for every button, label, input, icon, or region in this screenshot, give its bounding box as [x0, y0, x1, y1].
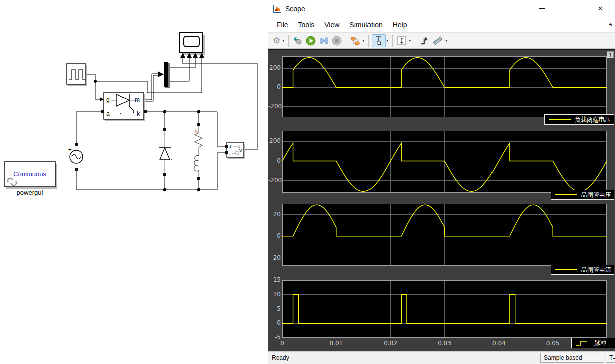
step-forward-button[interactable] — [317, 34, 330, 47]
scope-toolbar: ⚙ ▾ — [268, 32, 615, 49]
settings-dropdown-arrow[interactable]: ▾ — [282, 38, 284, 43]
cursor-measurements-icon — [374, 36, 384, 46]
legend-label: 脉冲 — [594, 339, 606, 347]
scope-block[interactable] — [180, 33, 205, 58]
run-button[interactable] — [304, 34, 317, 47]
cursor-measurements-button[interactable] — [372, 34, 386, 47]
demux-input-arrow — [158, 71, 164, 77]
powergui-block[interactable]: Continuous powergui — [4, 162, 57, 196]
status-sample-mode: Sample based — [540, 353, 604, 363]
menu-view[interactable]: View — [319, 18, 344, 31]
stop-button[interactable] — [330, 34, 343, 47]
toolbar-separator — [415, 35, 415, 47]
menu-tools[interactable]: Tools — [293, 18, 320, 31]
voltage-measurement-block[interactable]: + - v — [225, 142, 245, 159]
legend-line-sample — [555, 194, 577, 195]
powergui-mode-text: Continuous — [13, 170, 46, 178]
rl-load-block[interactable]: + — [194, 123, 202, 180]
settings-gear-button[interactable]: ⚙ — [271, 34, 282, 47]
signal-selector-dropdown-arrow[interactable]: ▾ — [362, 38, 364, 43]
zoom-fit-dropdown-arrow[interactable]: ▾ — [409, 38, 411, 43]
maximize-button[interactable] — [557, 0, 586, 17]
port-label-m: m — [135, 96, 140, 103]
find-in-model-button[interactable] — [291, 34, 304, 47]
menu-help[interactable]: Help — [388, 18, 412, 31]
scope-plot-panel: 负载两端电压 晶闸管电压 晶闸管电流 脉冲 — [268, 49, 615, 351]
powergui-label: powergui — [17, 189, 43, 196]
menubar: File Tools View Simulation Help ➤ — [268, 17, 615, 32]
trigger-button[interactable] — [418, 34, 431, 47]
inductor-symbol — [194, 155, 199, 171]
simulink-model-canvas: g a m k — [0, 0, 268, 364]
matlab-app-icon — [273, 5, 281, 13]
menu-file[interactable]: File — [272, 18, 293, 31]
x-tick-label: 0.03 — [435, 340, 455, 347]
y-tick-label: 0 — [268, 232, 281, 239]
y-tick-label: 200 — [268, 137, 281, 144]
vm-output-label: v — [239, 147, 242, 153]
legend-line-sample — [549, 119, 571, 120]
port-label-g: g — [106, 96, 110, 103]
diode-symbol — [160, 148, 170, 160]
trigger-icon — [419, 36, 429, 46]
thyristor-block[interactable]: g a m k — [101, 93, 147, 121]
port-label-k: k — [137, 110, 140, 117]
vm-plus-label: + — [229, 144, 232, 150]
y-tick-label: 0 — [268, 319, 281, 326]
menubar-overflow-icon[interactable]: ➤ — [607, 21, 614, 28]
signal-selector-icon — [350, 36, 360, 46]
y-tick-label: -200 — [268, 177, 281, 184]
gate-wire-arrow — [100, 97, 104, 101]
titlebar[interactable]: Scope ✕ — [268, 0, 615, 17]
screen: { "window": { "title": "Scope", "control… — [0, 0, 615, 364]
x-tick-label: 0.05 — [543, 340, 563, 347]
gear-icon: ⚙ — [273, 36, 280, 45]
y-tick-label: 0 — [268, 157, 281, 164]
step-forward-icon — [319, 36, 329, 46]
stop-icon — [332, 36, 342, 46]
maximize-icon — [569, 6, 574, 11]
x-tick-label: 0.04 — [488, 340, 509, 347]
legend-thyristor-voltage[interactable]: 晶闸管电压 — [551, 190, 614, 200]
legend-load-voltage[interactable]: 负载两端电压 — [544, 114, 614, 125]
plot-gate-pulse — [282, 280, 607, 338]
diode-block[interactable] — [159, 128, 172, 176]
resistor-symbol — [195, 133, 202, 147]
y-tick-label: 0 — [268, 83, 281, 90]
find-in-model-icon — [293, 36, 303, 46]
legend-line-sample — [555, 269, 577, 270]
panel-popout-button[interactable] — [607, 51, 614, 58]
legend-pulse[interactable]: 脉冲 — [571, 338, 615, 348]
legend-label: 负载两端电压 — [575, 115, 611, 124]
zoom-fit-button[interactable] — [395, 34, 408, 47]
popout-arrow-icon — [608, 52, 613, 57]
close-icon: ✕ — [598, 5, 603, 12]
status-sim-time: T=0.060 — [606, 353, 615, 363]
window-title: Scope — [285, 5, 305, 13]
plot-load-voltage — [282, 56, 607, 117]
pulse-generator-block[interactable] — [67, 64, 87, 86]
port-label-a: a — [106, 110, 110, 117]
y-tick-label: 15 — [268, 276, 281, 283]
y-tick-label: 5 — [268, 305, 281, 312]
y-tick-label: 200 — [268, 64, 281, 71]
statusbar: Ready Sample based T=0.060 — [268, 351, 615, 364]
cursor-measurements-dropdown-arrow[interactable]: ▾ — [386, 38, 388, 43]
scope-screen-icon — [184, 36, 199, 47]
toolbar-separator — [392, 35, 393, 47]
close-button[interactable]: ✕ — [586, 0, 615, 17]
run-icon — [306, 36, 316, 46]
measurements-dropdown-arrow[interactable]: ▾ — [445, 38, 447, 43]
ac-voltage-source-block[interactable]: + — [68, 143, 83, 171]
menu-simulation[interactable]: Simulation — [344, 18, 387, 31]
legend-step-sample — [575, 340, 588, 346]
y-tick-label: -200 — [268, 103, 281, 110]
legend-thyristor-current[interactable]: 晶闸管电流 — [551, 265, 614, 275]
minimize-icon — [539, 8, 545, 9]
signal-selector-button[interactable] — [349, 34, 362, 47]
measurements-ruler-button[interactable] — [431, 34, 445, 47]
toolbar-separator — [288, 35, 289, 47]
y-tick-label: 10 — [268, 291, 281, 298]
demux-block[interactable] — [164, 62, 170, 88]
minimize-button[interactable] — [528, 0, 557, 17]
